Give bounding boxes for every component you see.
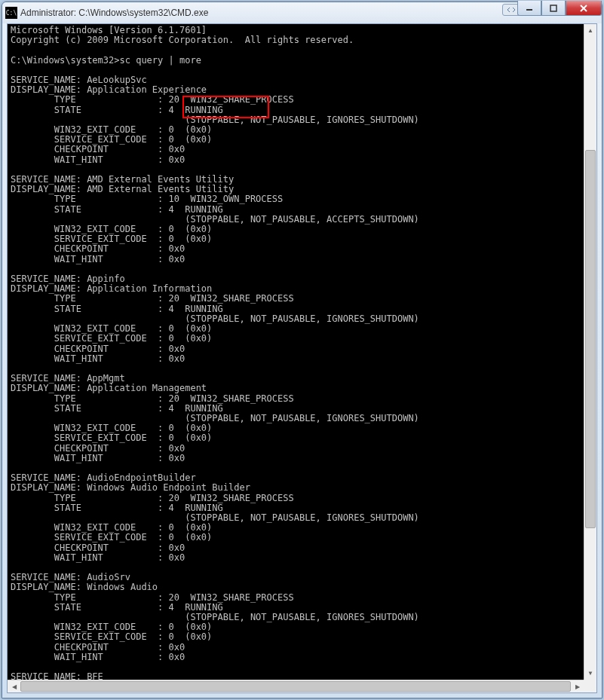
vertical-scrollbar[interactable]: ▲ ▼: [584, 24, 596, 680]
scroll-left-arrow-icon[interactable]: ◀: [8, 680, 20, 692]
window-frame: C:\ Administrator: C:\Windows\system32\C…: [2, 2, 602, 698]
horizontal-scroll-track[interactable]: [20, 680, 571, 692]
titlebar[interactable]: C:\ Administrator: C:\Windows\system32\C…: [2, 2, 602, 23]
horizontal-scrollbar[interactable]: ◀ ▶: [8, 680, 584, 692]
scroll-down-arrow-icon[interactable]: ▼: [584, 667, 596, 680]
minimize-button[interactable]: [517, 1, 541, 16]
vertical-scroll-thumb[interactable]: [585, 150, 596, 528]
window-controls: [517, 1, 602, 16]
svg-rect-1: [550, 5, 556, 11]
maximize-button[interactable]: [541, 1, 566, 16]
console-container: Microsoft Windows [Version 6.1.7601] Cop…: [7, 23, 597, 693]
cmd-icon: C:\: [5, 7, 17, 19]
scroll-corner: [584, 680, 596, 692]
horizontal-scroll-thumb[interactable]: [20, 681, 571, 692]
vertical-scroll-track[interactable]: [584, 37, 596, 667]
scroll-up-arrow-icon[interactable]: ▲: [584, 24, 596, 37]
scroll-right-arrow-icon[interactable]: ▶: [571, 680, 584, 692]
console-output[interactable]: Microsoft Windows [Version 6.1.7601] Cop…: [8, 24, 596, 692]
close-button[interactable]: [566, 1, 602, 16]
